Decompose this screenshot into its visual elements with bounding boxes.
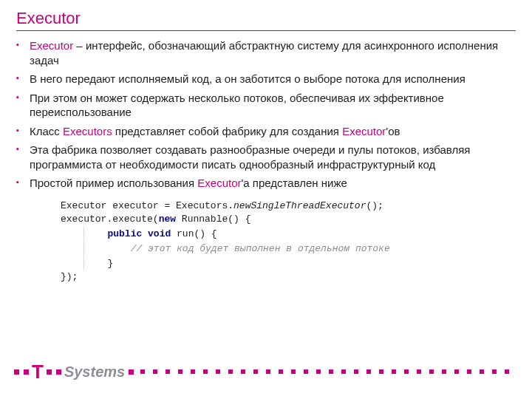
dot-icon [341,369,346,374]
dot-icon [429,369,434,374]
dot-icon [304,369,308,374]
keyword: Executor [30,39,73,52]
gutter-line [83,256,84,270]
text: – интерфейс, обозначающий абстрактную си… [30,39,498,66]
code-line: // этот код будет выполнен в отдельном п… [61,242,516,256]
text: 'а представлен ниже [242,177,347,189]
code-keyword: new [159,214,176,225]
list-item: Executor – интерфейс, обозначающий абстр… [16,38,516,67]
dot-icon [379,369,383,374]
dot-icon [203,369,208,374]
text: 'ов [386,125,400,137]
keyword: Executor [197,177,241,189]
gutter-line [83,227,84,241]
code-text: (); [366,200,383,211]
text: представляет собой фабрику для создания [112,125,342,137]
code-text: newSingleThreadExecutor [233,200,366,211]
list-item: Простой пример использования Executor'а … [16,176,516,191]
dot-icon [329,369,333,374]
code-text: Executor executor = Executors. [61,200,233,211]
code-line: Executor executor = Executors.newSingleT… [61,200,516,214]
page-title: Executor [16,9,516,31]
dot-icon [14,369,19,375]
list-item: При этом он может содержать несколько по… [16,91,516,120]
code-line: }); [61,270,516,284]
code-text: Runnable() { [176,214,250,225]
brand-logo: T Systems [12,362,136,381]
gutter-line [83,242,84,256]
list-item: В него передают исполняемый код, а он за… [16,72,516,86]
dot-icon [467,369,471,374]
dot-icon [24,369,29,375]
dot-icon [442,369,446,374]
code-text: run() { [171,228,216,239]
dot-icon [129,369,134,375]
footer-dots [140,369,520,374]
code-line: } [61,256,516,271]
footer: T Systems [0,362,532,381]
dot-icon [480,369,484,374]
dot-icon [354,369,358,374]
dot-icon [228,369,233,374]
dot-icon [492,369,497,374]
dot-icon [417,369,421,374]
code-block: Executor executor = Executors.newSingleT… [61,200,516,285]
code-text: executor.execute( [61,214,159,225]
code-comment: // этот код будет выполнен в отдельном п… [131,243,390,254]
dot-icon [366,369,371,374]
dot-icon [266,369,270,374]
keyword: Executor [342,125,386,137]
code-line: public void run() { [61,227,516,242]
keyword: Executors [63,125,112,137]
code-text: }); [61,271,78,282]
dot-icon [404,369,409,374]
list-item: Эта фабрика позволяет создавать разнообр… [16,143,516,171]
list-item: Класс Executors представляет собой фабри… [16,124,516,139]
dot-icon [178,369,183,374]
code-text: } [107,257,113,268]
dot-icon [454,369,459,374]
dot-icon [153,369,157,374]
text: Простой пример использования [30,177,197,189]
dot-icon [47,369,52,375]
text: Класс [30,125,63,137]
dot-icon [241,369,245,374]
dot-icon [253,369,258,374]
dot-icon [316,369,321,374]
dot-icon [56,369,61,375]
dot-icon [216,369,220,374]
dot-icon [392,369,396,374]
dot-icon [191,369,195,374]
code-keyword: public void [107,228,171,239]
dot-icon [279,369,283,374]
dot-icon [291,369,296,374]
dot-icon [505,369,509,374]
dot-icon [166,369,170,374]
brand-text: Systems [64,364,125,381]
dot-icon [140,369,145,374]
bullet-list: Executor – интерфейс, обозначающий абстр… [16,38,516,191]
code-line: executor.execute(new Runnable() { [61,213,516,227]
t-mark-icon: T [32,362,44,381]
